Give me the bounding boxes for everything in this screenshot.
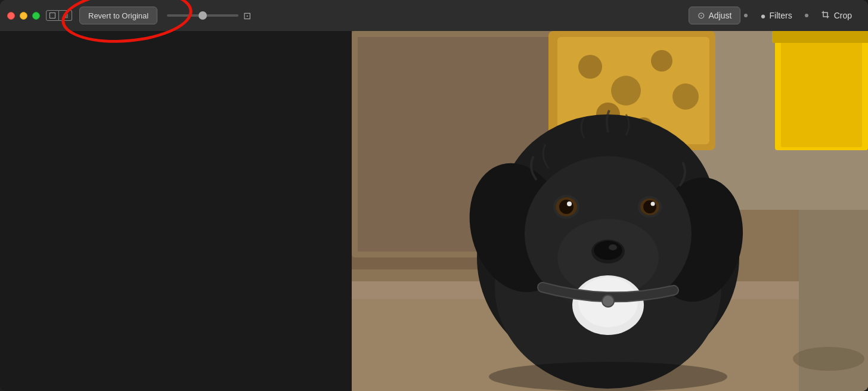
svg-point-29 [609,244,617,250]
multi-view-button[interactable]: ⊞ [59,10,72,21]
svg-point-38 [602,295,614,307]
close-button[interactable] [7,12,15,20]
zoom-slider-area: ⊡ [167,10,688,21]
adjust-label: Adjust [709,11,732,20]
minimize-button[interactable] [20,12,27,20]
traffic-lights [7,12,40,20]
zoom-slider-thumb[interactable] [199,11,207,20]
crop-icon [821,10,830,21]
toolbar: ⊞ Revert to Original ⊡ ⊙ Adjust ● [0,0,868,31]
zoom-slider-track [167,14,238,17]
dog-photo [352,31,868,391]
separator-dot-1 [744,14,748,17]
filters-icon: ● [760,11,765,21]
separator-dot-2 [805,14,808,17]
svg-point-10 [672,83,699,110]
svg-point-32 [559,200,574,214]
svg-point-28 [594,241,622,260]
adjust-tool-button[interactable]: ⊙ Adjust [689,7,741,24]
svg-point-33 [567,201,572,206]
crop-label: Crop [834,11,852,20]
svg-rect-15 [772,31,868,43]
filters-tool-button[interactable]: ● Filters [751,7,801,24]
crop-tool-button[interactable]: Crop [812,7,861,25]
svg-point-8 [611,76,641,105]
svg-rect-14 [781,37,862,147]
single-view-icon [49,13,55,18]
svg-point-41 [793,347,864,371]
main-content [0,31,868,391]
maximize-button[interactable] [32,12,40,20]
svg-point-37 [651,202,655,206]
svg-point-39 [489,362,727,391]
view-mode-toggle: ⊞ [46,10,72,21]
svg-point-9 [651,50,672,72]
revert-wrapper: Revert to Original [79,7,157,24]
zoom-photo-icon: ⊡ [243,10,251,21]
adjust-icon: ⊙ [698,10,705,21]
svg-point-36 [643,200,656,213]
right-tools: ⊙ Adjust ● Filters Crop [689,7,861,25]
photo-area [352,31,868,391]
filters-label: Filters [770,11,792,20]
single-view-button[interactable] [46,10,59,21]
left-panel [0,31,352,391]
revert-to-original-button[interactable]: Revert to Original [79,7,157,24]
multi-view-icon: ⊞ [63,13,68,19]
svg-point-7 [578,55,602,79]
app-window: ⊞ Revert to Original ⊡ ⊙ Adjust ● [0,0,868,391]
